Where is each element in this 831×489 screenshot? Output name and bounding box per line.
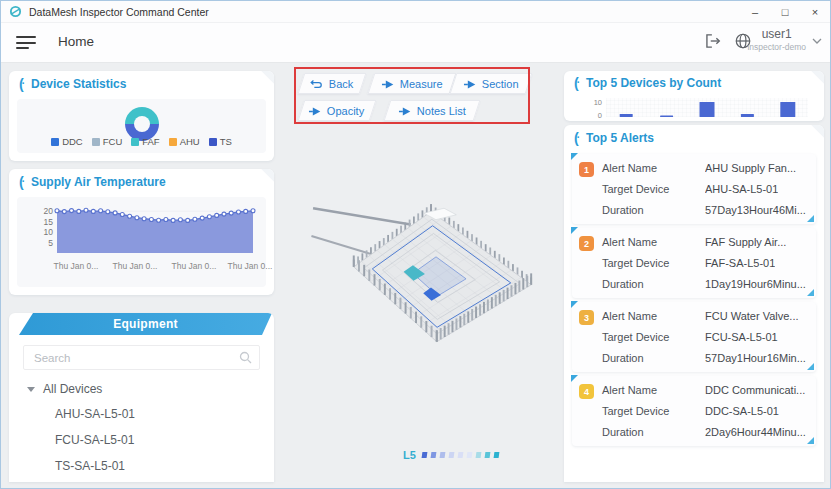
flag-icon: [571, 301, 578, 308]
app-window: DataMesh Inspector Command Center – □ × …: [0, 0, 831, 489]
device-legend: DDC FCU FAF AHU TS: [17, 136, 266, 147]
top-devices-header: ( Top 5 Devices by Count: [564, 71, 824, 95]
device-statistics-title: Device Statistics: [31, 77, 126, 91]
panel-bracket-icon: (: [19, 175, 25, 189]
svg-text:10: 10: [594, 98, 602, 107]
page-dot[interactable]: [457, 452, 463, 458]
supply-air-header: ( Supply Air Temperature: [9, 169, 274, 195]
svg-text:5: 5: [48, 238, 53, 248]
legend-swatch: [92, 138, 100, 146]
page-dot[interactable]: [439, 452, 445, 458]
top-alerts-panel: ( Top 5 Alerts 1 Alert NameAHU Supply Fa…: [564, 125, 824, 482]
user-name: user1: [747, 27, 806, 41]
supply-air-chart: 2015105Thu Jan 0...Thu Jan 0...Thu Jan 0…: [21, 201, 263, 285]
alert-card[interactable]: 4 Alert NameDDC Communicati... Target De…: [572, 376, 816, 446]
panel-bracket-icon: (: [574, 76, 580, 90]
page-dot[interactable]: [466, 452, 472, 458]
alert-duration: 57Day13Hour46Mi...: [705, 204, 806, 216]
arrow-icon: [464, 79, 476, 88]
arrow-icon: [382, 79, 394, 88]
page-dot[interactable]: [448, 452, 454, 458]
section-button[interactable]: Section: [450, 73, 533, 94]
alert-card[interactable]: 1 Alert NameAHU Supply Fan... Target Dev…: [572, 154, 816, 224]
svg-text:20: 20: [44, 206, 54, 216]
tree-node-device[interactable]: AHU-SA-L5-01: [9, 401, 274, 427]
top-devices-panel: ( Top 5 Devices by Count 100: [564, 71, 824, 121]
legend-swatch: [169, 138, 177, 146]
back-icon: [310, 79, 323, 89]
svg-text:0: 0: [598, 111, 602, 120]
device-statistics-body: DDC FCU FAF AHU TS: [17, 99, 266, 153]
page-dots: [422, 452, 499, 458]
building-3d-model[interactable]: [309, 185, 545, 365]
supply-air-panel: ( Supply Air Temperature 2015105Thu Jan …: [9, 169, 274, 295]
legend-swatch: [51, 138, 59, 146]
floor-label: L5: [403, 449, 416, 461]
window-title: DataMesh Inspector Command Center: [29, 6, 209, 18]
alert-card[interactable]: 3 Alert NameFCU Water Valve... Target De…: [572, 302, 816, 372]
alert-card[interactable]: 2 Alert NameFAF Supply Air... Target Dev…: [572, 228, 816, 298]
measure-button[interactable]: Measure: [368, 73, 457, 94]
alert-name: FCU Water Valve...: [705, 310, 799, 322]
notes-list-button[interactable]: Notes List: [384, 100, 481, 121]
page-dot[interactable]: [484, 452, 490, 458]
minimize-button[interactable]: –: [740, 1, 770, 22]
alert-target-device: FAF-SA-L5-01: [705, 257, 775, 269]
alert-rank-badge: 1: [579, 162, 594, 177]
legend-item: FAF: [131, 136, 159, 147]
svg-text:Thu Jan 0...: Thu Jan 0...: [172, 261, 217, 271]
svg-text:10: 10: [44, 227, 54, 237]
alert-target-device: DDC-SA-L5-01: [705, 405, 779, 417]
alert-target-device: FCU-SA-L5-01: [705, 331, 778, 343]
tree-node-device[interactable]: FCU-SA-L5-01: [9, 427, 274, 453]
page-dot[interactable]: [475, 452, 481, 458]
alerts-list: 1 Alert NameAHU Supply Fan... Target Dev…: [564, 153, 824, 482]
legend-item: FCU: [92, 136, 123, 147]
search-icon: [239, 351, 252, 364]
user-role: inspector-demo: [747, 42, 806, 52]
back-button[interactable]: Back: [298, 73, 367, 94]
app-header: Home user1 inspector-demo: [1, 23, 830, 63]
alert-rank-badge: 2: [579, 236, 594, 251]
panel-bracket-icon: (: [574, 131, 580, 145]
page-dot[interactable]: [421, 452, 427, 458]
page-dot[interactable]: [493, 452, 499, 458]
svg-text:Thu Jan 0...: Thu Jan 0...: [54, 261, 99, 271]
svg-text:Thu Jan 0...: Thu Jan 0...: [113, 261, 158, 271]
tree-node-device[interactable]: TS-SA-L5-01: [9, 453, 274, 479]
floor-page-indicator: L5: [403, 449, 499, 461]
flag-icon: [571, 375, 578, 382]
alert-name: AHU Supply Fan...: [705, 162, 796, 174]
user-menu[interactable]: user1 inspector-demo: [747, 27, 806, 52]
title-bar: DataMesh Inspector Command Center – □ ×: [1, 1, 830, 23]
panel-bracket-icon: (: [19, 77, 25, 91]
arrow-icon: [309, 106, 321, 115]
maximize-button[interactable]: □: [770, 1, 800, 22]
logout-icon[interactable]: [704, 32, 722, 50]
alert-rank-badge: 4: [579, 384, 594, 399]
flag-icon: [571, 153, 578, 160]
menu-icon[interactable]: [16, 36, 36, 51]
top-devices-chart: 100: [570, 96, 818, 120]
alert-name: DDC Communicati...: [705, 384, 805, 396]
alert-duration: 2Day6Hour44Minu...: [705, 426, 806, 438]
close-button[interactable]: ×: [800, 1, 830, 22]
device-statistics-header: ( Device Statistics: [9, 71, 274, 97]
chevron-down-icon[interactable]: [812, 37, 822, 45]
caret-down-icon[interactable]: [27, 387, 35, 392]
page-title: Home: [58, 34, 94, 49]
opacity-button[interactable]: Opacity: [298, 100, 377, 121]
search-input[interactable]: [23, 345, 260, 370]
equipment-banner: Equipment: [19, 313, 272, 335]
device-tree: All Devices AHU-SA-L5-01 FCU-SA-L5-01 TS…: [9, 377, 274, 479]
page-dot[interactable]: [430, 452, 436, 458]
legend-item: DDC: [51, 136, 83, 147]
tree-node-all-devices[interactable]: All Devices: [9, 377, 274, 401]
alert-duration: 57Day1Hour16Min...: [705, 352, 806, 364]
flag-icon: [571, 227, 578, 234]
legend-item: AHU: [169, 136, 200, 147]
equipment-title: Equipment: [113, 317, 178, 331]
svg-text:Thu Jan 0...: Thu Jan 0...: [228, 261, 273, 271]
alert-name: FAF Supply Air...: [705, 236, 786, 248]
alert-duration: 1Day19Hour6Minu...: [705, 278, 806, 290]
